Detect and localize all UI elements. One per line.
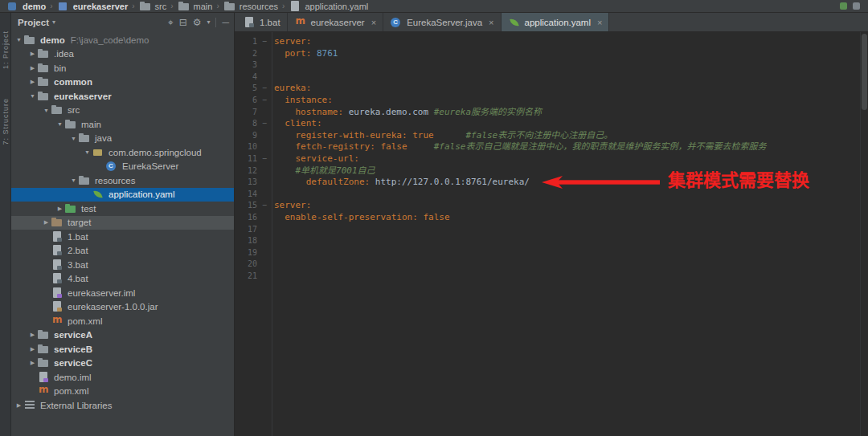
code-line[interactable]: 20 [235, 259, 860, 271]
breadcrumb-item[interactable]: demo [5, 1, 47, 12]
tree-row[interactable]: ▶.idea [11, 47, 234, 62]
chevron-expanded-icon[interactable]: ▼ [14, 37, 23, 43]
tree-row[interactable]: ▼src [11, 104, 234, 118]
fold-marker-icon[interactable]: − [257, 153, 272, 165]
code-line[interactable]: 16 enable-self-preservation: false [235, 212, 860, 224]
code-line[interactable]: 13 defaultZone: http://127.0.0.1:8761/eu… [235, 177, 860, 189]
code-line[interactable]: 1−server: [235, 36, 860, 48]
chevron-down-icon[interactable]: ▾ [207, 18, 210, 26]
chevron-collapsed-icon[interactable]: ▶ [28, 79, 37, 85]
chevron-collapsed-icon[interactable]: ▶ [28, 51, 37, 57]
tree-row[interactable]: EurekaServer [11, 160, 234, 174]
code-line[interactable]: 8− client: [235, 118, 860, 130]
code-line[interactable]: 11− service-url: [235, 153, 860, 165]
tree-row[interactable]: 2.bat [11, 244, 234, 259]
chevron-expanded-icon[interactable]: ▼ [28, 93, 37, 99]
green-status-icon[interactable] [840, 2, 847, 10]
chevron-expanded-icon[interactable]: ▼ [69, 136, 78, 141]
hide-panel-icon[interactable]: ─ [222, 18, 229, 27]
tree-row[interactable]: ▼resources [11, 173, 234, 188]
tree-row[interactable]: ▼demoF:\java_code\demo [11, 33, 234, 47]
chevron-collapsed-icon[interactable]: ▶ [28, 332, 37, 338]
tool-stripe-structure-button[interactable]: 7: Structure [2, 98, 10, 145]
code-token: instance: [285, 95, 333, 105]
chevron-collapsed-icon[interactable]: ▶ [42, 219, 51, 226]
tree-row[interactable]: pom.xml [11, 385, 234, 399]
tree-row[interactable]: ▼main [11, 117, 234, 132]
chevron-collapsed-icon[interactable]: ▶ [28, 346, 37, 352]
editor-tab[interactable]: 1.bat [236, 13, 288, 31]
close-tab-icon[interactable]: × [597, 18, 602, 27]
chevron-expanded-icon[interactable]: ▼ [42, 108, 51, 113]
code-token [274, 95, 285, 105]
collapse-all-icon[interactable]: ⊟ [179, 18, 187, 27]
tree-row[interactable]: 4.bat [11, 272, 234, 287]
editor-tab[interactable]: EurekaServer.java× [383, 13, 501, 31]
tool-stripe-project-button[interactable]: 1: Project [2, 31, 10, 69]
close-tab-icon[interactable]: × [489, 18, 493, 27]
code-line[interactable]: 10 fetch-registry: false #false表示自己端就是注册… [235, 141, 860, 153]
breadcrumb-item[interactable]: eurekaserver [55, 1, 130, 12]
tree-row[interactable]: demo.iml [11, 370, 234, 385]
chevron-down-icon[interactable]: ▾ [52, 18, 55, 26]
chevron-expanded-icon[interactable]: ▼ [83, 149, 92, 155]
breadcrumb-item[interactable]: application.yaml [287, 1, 370, 12]
tree-row[interactable]: eurekaserver-1.0.0.jar [11, 300, 234, 315]
breadcrumb-item[interactable]: src [137, 1, 169, 12]
code-line[interactable]: 7 hostname: eureka.demo.com #eureka服务端的实… [235, 107, 860, 119]
gray-status-icon[interactable] [853, 2, 860, 10]
tree-row[interactable]: ▶bin [11, 61, 234, 75]
chevron-collapsed-icon[interactable]: ▶ [55, 206, 64, 212]
annotation-text: 集群模式需要替换 [668, 175, 809, 187]
editor-tab[interactable]: eurekaserver× [288, 13, 384, 31]
tree-row[interactable]: pom.xml [11, 314, 234, 328]
chevron-collapsed-icon[interactable]: ▶ [28, 360, 37, 366]
tree-row[interactable]: ▼java [11, 132, 234, 146]
fold-marker-icon[interactable]: − [257, 118, 272, 130]
fold-marker-icon[interactable]: − [257, 200, 272, 212]
close-tab-icon[interactable]: × [371, 18, 376, 27]
tree-row[interactable]: ▶serviceB [11, 342, 234, 357]
code-line[interactable]: 15−server: [235, 200, 860, 212]
tree-row[interactable]: ▶External Libraries [11, 398, 234, 413]
breadcrumb-item[interactable]: main [176, 1, 215, 12]
code-line[interactable]: 6− instance: [235, 95, 860, 107]
tree-row[interactable]: ▼com.demo.springcloud [11, 145, 234, 160]
chevron-collapsed-icon[interactable]: ▶ [14, 402, 23, 409]
breadcrumb-item[interactable]: resources [222, 1, 280, 12]
tree-row[interactable]: 1.bat [11, 230, 234, 244]
fold-marker-icon[interactable]: − [257, 95, 272, 107]
chevron-expanded-icon[interactable]: ▼ [55, 121, 64, 127]
bat-file-icon [243, 17, 256, 28]
settings-gear-icon[interactable]: ⚙ [193, 18, 202, 27]
code-line[interactable]: 9 register-with-eureka: true #false表示不向注… [235, 130, 860, 142]
chevron-expanded-icon[interactable]: ▼ [69, 177, 78, 183]
tree-row[interactable]: application.yaml [11, 188, 234, 202]
tree-row[interactable]: ▶test [11, 202, 234, 216]
code-line[interactable]: 2 port: 8761 [235, 48, 860, 60]
code-line[interactable]: 18 [235, 235, 860, 247]
editor-tab[interactable]: application.yaml× [502, 13, 610, 31]
chevron-collapsed-icon[interactable]: ▶ [28, 65, 37, 71]
tree-row[interactable]: ▶common [11, 75, 234, 90]
code-token [274, 165, 296, 176]
tree-row[interactable]: ▼eurekaserver [11, 89, 234, 104]
scrollbar-thumb[interactable] [862, 34, 867, 110]
project-panel-title[interactable]: Project [18, 18, 49, 27]
code-line[interactable]: 4 [235, 71, 860, 84]
tree-row[interactable]: ▶serviceA [11, 328, 234, 343]
fold-marker-icon[interactable]: − [257, 83, 272, 95]
tree-row[interactable]: 3.bat [11, 258, 234, 272]
code-area[interactable]: 1−server:2 port: 8761345−eureka:6− insta… [235, 32, 860, 436]
code-line[interactable]: 3 [235, 59, 860, 71]
editor-scrollbar[interactable] [860, 32, 868, 436]
tree-row[interactable]: ▶target [11, 216, 234, 230]
tree-row[interactable]: ▶serviceC [11, 357, 234, 371]
code-line[interactable]: 5−eureka: [235, 83, 860, 95]
tree-row[interactable]: eurekaserver.iml [11, 286, 234, 300]
select-opened-file-icon[interactable]: ⌖ [168, 18, 174, 27]
code-line[interactable]: 21 [235, 271, 860, 283]
code-line[interactable]: 17 [235, 224, 860, 236]
fold-marker-icon[interactable]: − [257, 36, 272, 48]
code-line[interactable]: 19 [235, 247, 860, 259]
